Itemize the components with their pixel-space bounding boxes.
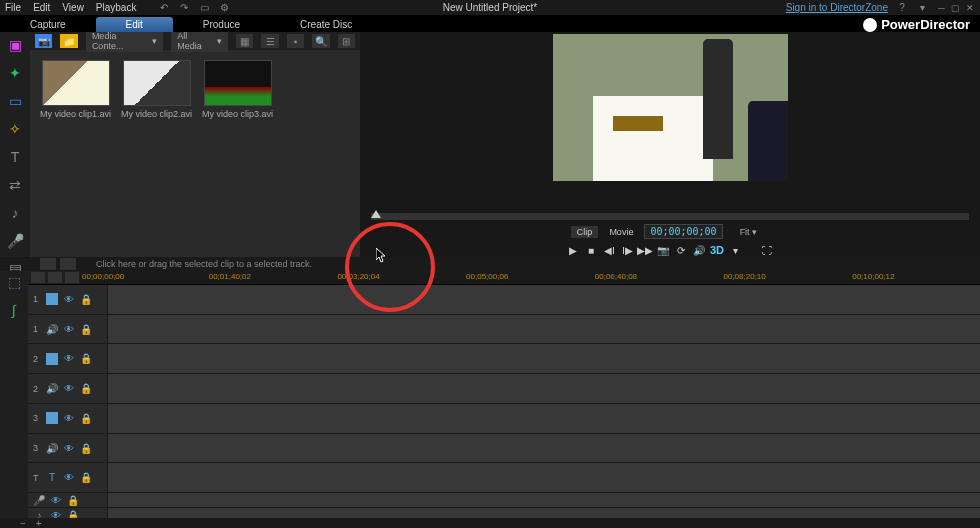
media-room-icon[interactable]: ▣ [6,37,24,53]
visibility-icon[interactable]: 👁 [63,442,75,454]
snapshot-button[interactable]: 📷 [656,243,670,257]
media-clip-3[interactable]: My video clip3.avi [202,60,273,119]
track-manager-icon[interactable]: ⬚ [5,273,23,291]
title-room-icon[interactable]: T [6,149,24,165]
menu-file[interactable]: File [5,2,21,13]
track-video-1[interactable]: 1 ▭ 👁 🔒 [28,285,980,315]
lock-icon[interactable]: 🔒 [80,324,92,335]
preview-tab-clip[interactable]: Clip [571,226,599,238]
storyboard-view-button[interactable] [60,258,76,270]
track-title[interactable]: T T 👁 🔒 [28,463,980,493]
voice-track-icon[interactable]: 🎤 [33,494,45,506]
preview-display[interactable] [553,34,788,181]
volume-button[interactable]: 🔊 [692,243,706,257]
explorer-button[interactable]: ⊞ [338,34,355,48]
tab-capture[interactable]: Capture [0,17,96,32]
audio-track-icon[interactable]: 🔊 [46,323,58,335]
lib-menu-button[interactable]: ▪ [287,34,304,48]
menu-edit[interactable]: Edit [33,2,50,13]
track-voice[interactable]: 🎤 👁 🔒 [28,493,980,508]
track-audio-3[interactable]: 3 🔊 👁 🔒 [28,434,980,464]
ruler-btn-2[interactable] [48,272,62,283]
aspect-icon[interactable]: ▭ [198,2,210,14]
lock-icon[interactable]: 🔒 [80,294,92,305]
preview-scrubber[interactable] [371,213,969,220]
effect-room-icon[interactable]: ✦ [6,65,24,81]
track-lane[interactable] [108,285,980,314]
3d-dropdown[interactable]: ▾ [728,243,742,257]
visibility-icon[interactable]: 👁 [63,383,75,395]
signin-link[interactable]: Sign in to DirectorZone [786,2,888,13]
menu-view[interactable]: View [62,2,84,13]
visibility-icon[interactable]: 👁 [63,472,75,484]
room-select[interactable]: Media Conte... ▾ [86,30,163,52]
help-icon[interactable]: ? [896,2,908,14]
lock-icon[interactable]: 🔒 [80,443,92,454]
lock-icon[interactable]: 🔒 [80,413,92,424]
track-lane[interactable] [108,315,980,344]
timecode-display[interactable]: 00;00;00;00 [644,224,722,239]
filter-select[interactable]: All Media ▾ [171,30,228,52]
next-frame-button[interactable]: Ⅰ▶ [620,243,634,257]
minimize-button[interactable]: ─ [936,2,947,13]
tab-produce[interactable]: Produce [173,17,270,32]
import-folder-button[interactable]: 📁 [60,34,77,48]
track-lane[interactable] [108,404,980,433]
prev-frame-button[interactable]: ◀Ⅰ [602,243,616,257]
fast-forward-button[interactable]: ▶▶ [638,243,652,257]
video-track-icon[interactable]: ▭ [46,353,58,365]
visibility-icon[interactable]: 👁 [50,494,62,506]
timeline-ruler[interactable]: 00;00;00;00 00;01;40;02 00;03;20;04 00;0… [80,271,980,284]
track-lane[interactable] [108,434,980,463]
lock-icon[interactable]: 🔒 [80,353,92,364]
3d-button[interactable]: 3D [710,243,724,257]
close-button[interactable]: ✕ [964,2,975,13]
visibility-icon[interactable]: 👁 [63,323,75,335]
audio-room-icon[interactable]: ♪ [6,205,24,221]
undo-icon[interactable]: ↶ [158,2,170,14]
search-button[interactable]: 🔍 [312,34,329,48]
track-video-2[interactable]: 2 ▭ 👁 🔒 [28,344,980,374]
preview-tab-movie[interactable]: Movie [603,226,639,238]
track-audio-2[interactable]: 2 🔊 👁 🔒 [28,374,980,404]
audio-track-icon[interactable]: 🔊 [46,383,58,395]
track-lane[interactable] [108,374,980,403]
tab-edit[interactable]: Edit [96,17,173,32]
media-clip-1[interactable]: My video clip1.avi [40,60,111,119]
settings-icon[interactable]: ⚙ [218,2,230,14]
track-lane[interactable] [108,344,980,373]
audio-track-icon[interactable]: 🔊 [46,442,58,454]
view-thumb-button[interactable]: ▦ [236,34,253,48]
track-video-3[interactable]: 3 ▭ 👁 🔒 [28,404,980,434]
menu-dropdown-icon[interactable]: ▾ [916,2,928,14]
undock-button[interactable]: ⛶ [760,243,774,257]
lock-icon[interactable]: 🔒 [80,383,92,394]
svrt-icon[interactable]: ∫ [5,301,23,319]
zoom-select[interactable]: Fit ▾ [728,226,770,238]
visibility-icon[interactable]: 👁 [63,412,75,424]
stop-button[interactable]: ■ [584,243,598,257]
voice-room-icon[interactable]: 🎤 [6,233,24,249]
playhead-icon[interactable] [371,210,381,218]
tab-create-disc[interactable]: Create Disc [270,17,382,32]
track-lane[interactable] [108,493,980,507]
track-audio-1[interactable]: 1 🔊 👁 🔒 [28,315,980,345]
maximize-button[interactable]: ▢ [950,2,961,13]
redo-icon[interactable]: ↷ [178,2,190,14]
lock-icon[interactable]: 🔒 [80,472,92,483]
ruler-btn-1[interactable] [31,272,45,283]
view-list-button[interactable]: ☰ [261,34,278,48]
track-lane[interactable] [108,463,980,492]
pip-room-icon[interactable]: ▭ [6,93,24,109]
zoom-out-button[interactable]: − [20,518,26,529]
timeline-view-button[interactable] [40,258,56,270]
menu-playback[interactable]: Playback [96,2,137,13]
media-clip-2[interactable]: My video clip2.avi [121,60,192,119]
ruler-btn-3[interactable] [65,272,79,283]
visibility-icon[interactable]: 👁 [63,293,75,305]
lock-icon[interactable]: 🔒 [67,495,79,506]
particle-room-icon[interactable]: ✧ [6,121,24,137]
video-track-icon[interactable]: ▭ [46,412,58,424]
title-track-icon[interactable]: T [46,472,58,484]
video-track-icon[interactable]: ▭ [46,293,58,305]
